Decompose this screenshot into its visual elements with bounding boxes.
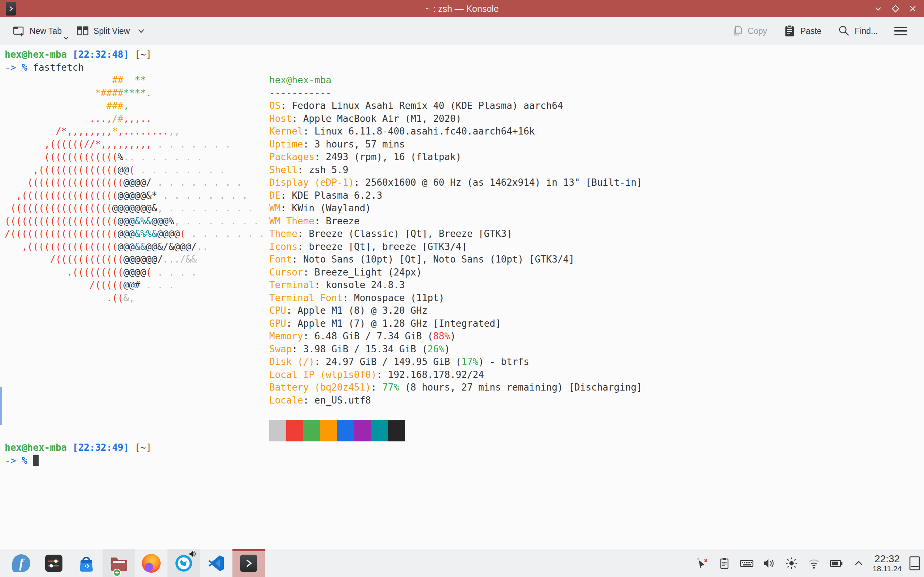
task-vscode[interactable] [200, 549, 233, 577]
fastfetch-output: ## ** *####****. ###, ...,/#,,,.. /*,,,,… [5, 74, 924, 442]
search-icon [837, 24, 850, 37]
close-icon[interactable] [908, 4, 918, 13]
system-tray [695, 553, 866, 574]
terminal-cursor [33, 455, 39, 466]
find-label: Find... [855, 26, 878, 36]
task-dolphin[interactable] [102, 549, 135, 577]
audio-playing-icon[interactable] [188, 550, 196, 558]
window-title: ~ : zsh — Konsole [0, 0, 924, 17]
volume-icon[interactable] [762, 553, 777, 574]
titlebar: ~ : zsh — Konsole [0, 0, 924, 17]
palette-swatch [371, 420, 388, 442]
fedora-icon: f [12, 554, 30, 572]
digital-clock[interactable]: 22:32 18.11.24 [873, 554, 901, 573]
palette-swatch [320, 420, 337, 442]
task-manager: f [5, 549, 265, 577]
settings-sliders-icon [45, 554, 63, 572]
palette-swatch [269, 420, 286, 442]
maximize-icon[interactable] [891, 4, 900, 13]
toolbar: New Tab Split View Copy [0, 17, 924, 45]
task-firefox[interactable] [135, 549, 168, 577]
clock-time: 22:32 [873, 554, 901, 564]
wifi-icon[interactable] [806, 553, 822, 574]
hamburger-menu-icon[interactable] [894, 26, 908, 36]
task-discover[interactable] [70, 549, 102, 577]
fastfetch-info: hex@hex-mba-----------OS: Fedora Linux A… [269, 74, 642, 442]
discover-bag-icon [77, 554, 96, 573]
split-view-button[interactable]: Split View [76, 24, 145, 37]
palette-swatch [337, 420, 354, 442]
keyboard-icon[interactable] [739, 553, 754, 574]
new-tab-dropdown-icon[interactable] [63, 36, 69, 40]
prompt-block: hex@hex-mba [22:32:48] [~]-> % fastfetch [5, 48, 924, 74]
peek-desktop-icon [908, 555, 921, 571]
task-konsole[interactable] [233, 549, 265, 577]
split-view-icon [76, 24, 89, 37]
vscode-icon [207, 554, 226, 573]
terminal-area[interactable]: hex@hex-mba [22:32:48] [~]-> % fastfetch… [0, 45, 924, 549]
new-badge-icon [113, 568, 121, 577]
fastfetch-ascii-logo: ## ** *####****. ###, ...,/#,,,.. /*,,,,… [5, 74, 265, 305]
battery-icon[interactable] [829, 553, 844, 574]
taskbar: f [0, 549, 924, 577]
minimize-icon[interactable] [874, 4, 883, 13]
expand-tray-icon[interactable] [851, 553, 866, 574]
clock-date: 18.11.24 [873, 564, 901, 573]
new-tab-label: New Tab [30, 26, 62, 36]
copy-icon [731, 24, 743, 37]
palette-swatch [388, 420, 405, 442]
paste-icon [783, 24, 796, 38]
paste-button[interactable]: Paste [783, 24, 822, 38]
palette-swatch [286, 420, 303, 442]
new-tab-button[interactable]: New Tab [12, 24, 62, 37]
task-librewolf[interactable] [168, 549, 200, 577]
scrollbar-thumb[interactable] [0, 387, 2, 425]
brightness-icon[interactable] [784, 553, 799, 574]
pointer-disabled-icon[interactable] [695, 553, 709, 574]
peek-desktop-button[interactable] [907, 553, 922, 574]
new-tab-icon [12, 24, 25, 37]
color-palette [269, 420, 642, 442]
copy-button[interactable]: Copy [731, 24, 767, 37]
split-view-dropdown-icon[interactable] [137, 29, 145, 34]
palette-swatch [303, 420, 320, 442]
copy-label: Copy [748, 26, 767, 36]
clipboard-icon[interactable] [717, 553, 732, 574]
konsole-icon [240, 554, 257, 572]
task-fedora-launcher[interactable]: f [5, 549, 37, 577]
current-prompt: hex@hex-mba [22:32:49] [~]-> % [5, 442, 924, 467]
firefox-icon [142, 554, 161, 573]
split-view-label: Split View [94, 26, 130, 36]
find-button[interactable]: Find... [837, 24, 878, 37]
paste-label: Paste [800, 26, 822, 36]
palette-swatch [354, 420, 371, 442]
task-system-settings[interactable] [37, 549, 70, 577]
